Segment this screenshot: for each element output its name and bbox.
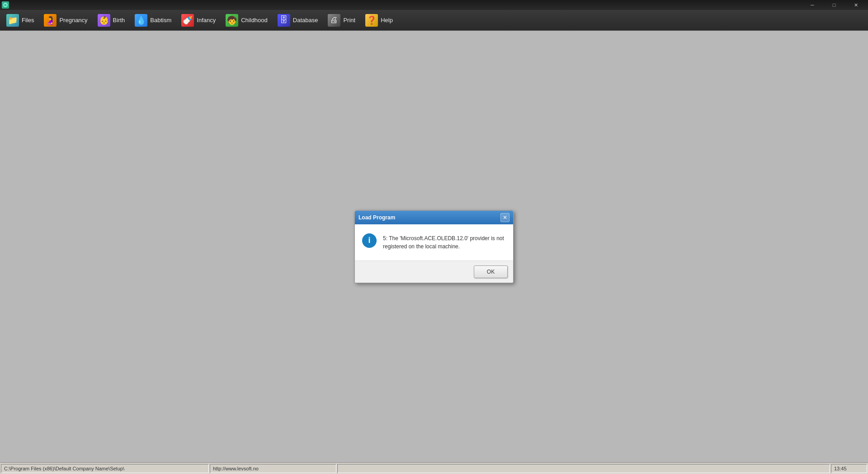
status-time: 13:45 — [831, 464, 867, 473]
dialog-body: i 5: The 'Microsoft.ACE.OLEDB.12.0' prov… — [355, 224, 513, 261]
babtism-label: Babtism — [150, 17, 171, 24]
menu-item-pregnancy[interactable]: 🤰Pregnancy — [39, 12, 92, 29]
load-program-dialog: Load Program ✕ i 5: The 'Microsoft.ACE.O… — [354, 210, 514, 283]
pregnancy-icon: 🤰 — [44, 14, 57, 27]
childhood-icon: 🧒 — [226, 14, 238, 27]
dialog-close-button[interactable]: ✕ — [500, 213, 509, 222]
dialog-message: 5: The 'Microsoft.ACE.OLEDB.12.0' provid… — [383, 232, 506, 251]
menu-bar: 📁Files🤰Pregnancy👶Birth💧Babtism🍼Infancy🧒C… — [0, 10, 868, 31]
menu-item-database[interactable]: 🗄Database — [273, 12, 323, 29]
info-icon: i — [362, 233, 377, 248]
files-icon: 📁 — [6, 14, 19, 27]
menu-item-infancy[interactable]: 🍼Infancy — [177, 12, 220, 29]
childhood-label: Childhood — [241, 17, 268, 24]
status-path: C:\Program Files (x86)\Default Company N… — [1, 464, 209, 473]
ok-button[interactable]: OK — [474, 265, 508, 278]
title-bar-left — [2, 1, 9, 9]
print-icon: 🖨 — [328, 14, 340, 27]
menu-item-birth[interactable]: 👶Birth — [93, 12, 130, 29]
dialog-title: Load Program — [359, 214, 395, 221]
pregnancy-label: Pregnancy — [59, 17, 87, 24]
menu-item-files[interactable]: 📁Files — [2, 12, 38, 29]
dialog-overlay: Load Program ✕ i 5: The 'Microsoft.ACE.O… — [0, 31, 868, 462]
menu-item-babtism[interactable]: 💧Babtism — [130, 12, 176, 29]
title-bar: ─ □ ✕ — [0, 0, 868, 10]
help-label: Help — [381, 17, 393, 24]
dialog-title-bar: Load Program ✕ — [355, 211, 513, 224]
close-button[interactable]: ✕ — [845, 0, 866, 10]
infancy-icon: 🍼 — [181, 14, 194, 27]
status-bar: C:\Program Files (x86)\Default Company N… — [0, 462, 868, 474]
babtism-icon: 💧 — [135, 14, 147, 27]
maximize-button[interactable]: □ — [824, 0, 844, 10]
infancy-label: Infancy — [197, 17, 216, 24]
menu-item-childhood[interactable]: 🧒Childhood — [221, 12, 272, 29]
print-label: Print — [343, 17, 355, 24]
help-icon: ❓ — [365, 14, 378, 27]
database-label: Database — [293, 17, 318, 24]
app-icon — [2, 1, 9, 9]
files-label: Files — [22, 17, 34, 24]
database-icon: 🗄 — [278, 14, 290, 27]
status-panel-3 — [337, 464, 830, 473]
birth-icon: 👶 — [98, 14, 110, 27]
minimize-button[interactable]: ─ — [802, 0, 823, 10]
status-url: http://www.levsoft.no — [210, 464, 336, 473]
menu-item-help[interactable]: ❓Help — [361, 12, 397, 29]
birth-label: Birth — [113, 17, 125, 24]
main-area: Load Program ✕ i 5: The 'Microsoft.ACE.O… — [0, 31, 868, 462]
window-controls: ─ □ ✕ — [802, 0, 866, 10]
dialog-footer: OK — [355, 261, 513, 283]
menu-item-print[interactable]: 🖨Print — [323, 12, 360, 29]
